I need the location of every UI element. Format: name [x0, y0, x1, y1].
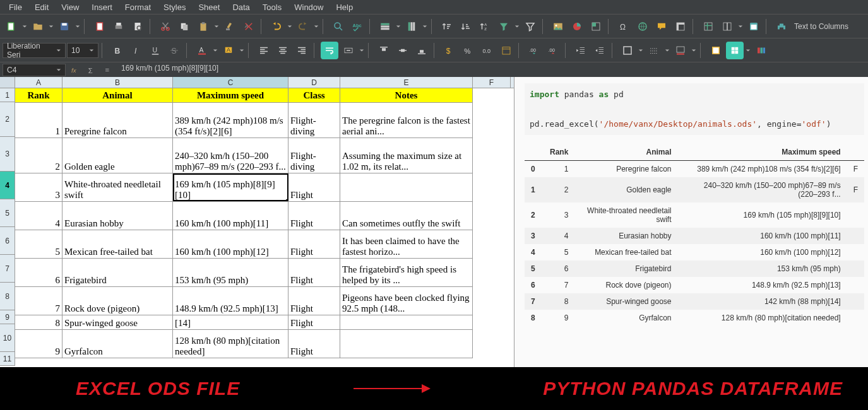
cell[interactable]: Spur-winged goose	[62, 315, 173, 329]
sort-desc-icon[interactable]	[457, 18, 475, 35]
cell[interactable]: The frigatebird's high speed is helped b…	[340, 259, 473, 286]
menu-styles[interactable]: Styles	[157, 3, 192, 12]
cell[interactable]: Assuming the maximum size at 1.02 m, its…	[340, 138, 473, 173]
chart-icon[interactable]	[568, 18, 586, 35]
equals-icon[interactable]: =	[101, 64, 115, 76]
cell[interactable]: Eurasian hobby	[62, 202, 173, 230]
font-color-icon[interactable]: A	[193, 42, 211, 59]
row-header-10[interactable]: 10	[0, 324, 15, 352]
cell[interactable]: 9	[15, 330, 62, 358]
window-icon[interactable]	[745, 18, 763, 35]
row-header-8[interactable]: 8	[0, 283, 15, 310]
sort-az-icon[interactable]: AZ	[476, 18, 494, 35]
cell-reference-box[interactable]: C4	[3, 64, 66, 76]
header-cell[interactable]: Maximum speed	[173, 88, 288, 102]
conditional-icon[interactable]	[726, 42, 744, 59]
header-cell[interactable]: Notes	[340, 88, 473, 102]
header-cell[interactable]: Class	[288, 88, 340, 102]
cell[interactable]: 3	[15, 173, 62, 201]
autofilter-icon[interactable]	[521, 18, 539, 35]
dropdown-icon[interactable]	[664, 48, 670, 53]
cell[interactable]: 5	[15, 230, 62, 258]
headers-icon[interactable]	[672, 18, 689, 35]
dropdown-icon[interactable]	[74, 24, 81, 29]
cell[interactable]: Flight	[288, 259, 340, 286]
cell[interactable]: Flight-diving	[288, 103, 340, 138]
align-left-icon[interactable]	[255, 42, 273, 59]
function-wizard-icon[interactable]: fx	[68, 64, 82, 76]
cell[interactable]: Gyrfalcon	[62, 330, 173, 358]
copy-icon[interactable]	[175, 18, 193, 35]
col-header-D[interactable]: D	[288, 77, 340, 88]
cell[interactable]: Flight-diving	[288, 138, 340, 173]
col-header-B[interactable]: B	[62, 77, 173, 88]
cell[interactable]: 240–320 km/h (150–200 mph)67–89 m/s (220…	[173, 138, 288, 173]
dropdown-icon[interactable]	[212, 48, 218, 53]
col-header-C[interactable]: C	[173, 77, 288, 88]
cell[interactable]: 7	[15, 287, 62, 315]
row-header-6[interactable]: 6	[0, 227, 15, 255]
align-right-icon[interactable]	[293, 42, 311, 59]
menu-view[interactable]: View	[55, 3, 85, 12]
cell[interactable]: Can sometimes outfly the swift	[340, 202, 473, 230]
menu-insert[interactable]: Insert	[85, 3, 119, 12]
dropdown-icon[interactable]	[313, 24, 319, 29]
pdf-icon[interactable]	[91, 18, 109, 35]
cell[interactable]	[340, 330, 473, 358]
print-icon[interactable]	[110, 18, 128, 35]
merge-icon[interactable]	[340, 42, 357, 59]
cell[interactable]: White-throated needletail swift	[62, 173, 173, 201]
dropdown-icon[interactable]	[514, 24, 520, 29]
dropdown-icon[interactable]	[638, 48, 644, 53]
valign-mid-icon[interactable]	[394, 42, 412, 59]
clone-format-icon[interactable]	[221, 18, 239, 35]
align-center-icon[interactable]	[274, 42, 292, 59]
cell[interactable]: Flight	[288, 330, 340, 358]
col-header-E[interactable]: E	[340, 77, 473, 88]
sort-asc-icon[interactable]	[438, 18, 456, 35]
menu-help[interactable]: Help	[330, 3, 359, 12]
dropdown-icon[interactable]	[239, 48, 245, 53]
menu-sheet[interactable]: Sheet	[192, 3, 226, 12]
cell[interactable]	[340, 173, 473, 201]
cell[interactable]: Mexican free-tailed bat	[62, 230, 173, 258]
row-header-5[interactable]: 5	[0, 199, 15, 227]
dropdown-icon[interactable]	[287, 24, 293, 29]
valign-bot-icon[interactable]	[413, 42, 431, 59]
split-icon[interactable]	[718, 18, 736, 35]
menu-data[interactable]: Data	[226, 3, 256, 12]
menu-tools[interactable]: Tools	[256, 3, 288, 12]
cell[interactable]: 1	[15, 103, 62, 138]
themes-icon[interactable]	[752, 42, 770, 59]
sum-icon[interactable]: Σ	[85, 64, 98, 76]
row-header-3[interactable]: 3	[0, 137, 15, 172]
indent-dec-icon[interactable]	[572, 42, 590, 59]
highlight-icon[interactable]: A	[220, 42, 237, 59]
valign-top-icon[interactable]	[375, 42, 393, 59]
text-to-columns-label[interactable]: Text to Columns	[794, 22, 848, 31]
hyperlink-icon[interactable]	[634, 18, 651, 35]
pivot-icon[interactable]	[587, 18, 605, 35]
dropdown-icon[interactable]	[21, 24, 28, 29]
cell[interactable]: 128 km/h (80 mph)[citation needed]	[173, 330, 288, 358]
print-preview-icon[interactable]	[129, 18, 146, 35]
cell[interactable]: 2	[15, 138, 62, 173]
menu-file[interactable]: File	[3, 3, 28, 12]
comment-icon[interactable]	[653, 18, 670, 35]
paste-icon[interactable]	[194, 18, 212, 35]
cell[interactable]: 4	[15, 202, 62, 230]
dropdown-icon[interactable]	[745, 48, 751, 53]
cell[interactable]: 160 km/h (100 mph)[11]	[173, 202, 288, 230]
select-all-corner[interactable]	[0, 77, 15, 88]
menu-format[interactable]: Format	[119, 3, 157, 12]
save-icon[interactable]	[56, 18, 73, 35]
extensions-icon[interactable]	[773, 18, 790, 35]
cell[interactable]: 389 km/h (242 mph)108 m/s (354 ft/s)[2][…	[173, 103, 288, 138]
header-cell[interactable]: Animal	[62, 88, 173, 102]
row-header-4[interactable]: 4	[0, 172, 15, 199]
cell[interactable]: Flight	[288, 173, 340, 201]
cell[interactable]: Peregrine falcon	[62, 103, 173, 138]
row-header[interactable]: 11	[0, 352, 15, 366]
row-icon[interactable]	[376, 18, 394, 35]
cell[interactable]: Golden eagle	[62, 138, 173, 173]
